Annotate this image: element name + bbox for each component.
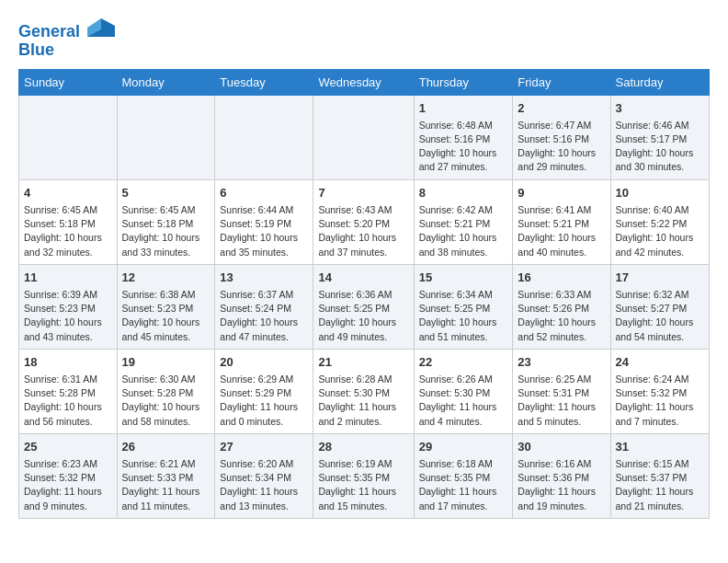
- day-number: 22: [419, 354, 508, 371]
- day-number: 8: [419, 185, 508, 201]
- calendar-day-cell: 31Sunrise: 6:15 AM Sunset: 5:37 PM Dayli…: [610, 433, 709, 518]
- day-content: Sunrise: 6:24 AM Sunset: 5:32 PM Dayligh…: [616, 373, 704, 429]
- logo-icon: [87, 18, 115, 37]
- calendar-day-cell: 18Sunrise: 6:31 AM Sunset: 5:28 PM Dayli…: [19, 349, 118, 433]
- day-content: Sunrise: 6:16 AM Sunset: 5:36 PM Dayligh…: [518, 457, 605, 513]
- day-number: 6: [220, 185, 308, 201]
- day-content: Sunrise: 6:34 AM Sunset: 5:25 PM Dayligh…: [419, 288, 508, 344]
- calendar-table: SundayMondayTuesdayWednesdayThursdayFrid…: [18, 69, 710, 519]
- calendar-day-cell: 16Sunrise: 6:33 AM Sunset: 5:26 PM Dayli…: [513, 264, 610, 349]
- calendar-day-cell: 15Sunrise: 6:34 AM Sunset: 5:25 PM Dayli…: [414, 264, 513, 349]
- calendar-day-cell: 7Sunrise: 6:43 AM Sunset: 5:20 PM Daylig…: [313, 179, 414, 264]
- calendar-day-cell: 1Sunrise: 6:48 AM Sunset: 5:16 PM Daylig…: [414, 95, 513, 179]
- page-header: General Blue: [18, 18, 710, 60]
- day-number: 2: [518, 100, 605, 117]
- logo-text: General Blue: [18, 18, 115, 60]
- day-content: Sunrise: 6:28 AM Sunset: 5:30 PM Dayligh…: [318, 373, 408, 429]
- day-content: Sunrise: 6:39 AM Sunset: 5:23 PM Dayligh…: [24, 288, 112, 344]
- logo: General Blue: [18, 18, 115, 60]
- day-number: 21: [318, 354, 408, 371]
- day-content: Sunrise: 6:45 AM Sunset: 5:18 PM Dayligh…: [24, 203, 112, 259]
- calendar-day-cell: 25Sunrise: 6:23 AM Sunset: 5:32 PM Dayli…: [19, 433, 118, 518]
- weekday-header-friday: Friday: [513, 69, 610, 95]
- calendar-week-row: 18Sunrise: 6:31 AM Sunset: 5:28 PM Dayli…: [19, 349, 710, 433]
- calendar-week-row: 4Sunrise: 6:45 AM Sunset: 5:18 PM Daylig…: [19, 179, 710, 264]
- calendar-day-cell: 27Sunrise: 6:20 AM Sunset: 5:34 PM Dayli…: [215, 433, 313, 518]
- calendar-day-cell: 30Sunrise: 6:16 AM Sunset: 5:36 PM Dayli…: [513, 433, 610, 518]
- day-number: 26: [122, 439, 210, 455]
- calendar-day-cell: 14Sunrise: 6:36 AM Sunset: 5:25 PM Dayli…: [313, 264, 414, 349]
- day-number: 17: [616, 270, 704, 286]
- day-number: 14: [318, 270, 408, 286]
- day-content: Sunrise: 6:15 AM Sunset: 5:37 PM Dayligh…: [616, 457, 704, 513]
- day-content: Sunrise: 6:18 AM Sunset: 5:35 PM Dayligh…: [419, 457, 508, 513]
- calendar-day-cell: 8Sunrise: 6:42 AM Sunset: 5:21 PM Daylig…: [414, 179, 513, 264]
- calendar-day-cell: 3Sunrise: 6:46 AM Sunset: 5:17 PM Daylig…: [610, 95, 709, 179]
- day-content: Sunrise: 6:44 AM Sunset: 5:19 PM Dayligh…: [220, 203, 308, 259]
- weekday-header-wednesday: Wednesday: [313, 69, 414, 95]
- weekday-header-monday: Monday: [117, 69, 215, 95]
- calendar-day-cell: 29Sunrise: 6:18 AM Sunset: 5:35 PM Dayli…: [414, 433, 513, 518]
- day-content: Sunrise: 6:46 AM Sunset: 5:17 PM Dayligh…: [616, 119, 704, 175]
- day-content: Sunrise: 6:29 AM Sunset: 5:29 PM Dayligh…: [220, 373, 308, 429]
- day-content: Sunrise: 6:48 AM Sunset: 5:16 PM Dayligh…: [419, 119, 508, 175]
- day-content: Sunrise: 6:20 AM Sunset: 5:34 PM Dayligh…: [220, 457, 308, 513]
- calendar-day-cell: 11Sunrise: 6:39 AM Sunset: 5:23 PM Dayli…: [19, 264, 118, 349]
- calendar-day-cell: 24Sunrise: 6:24 AM Sunset: 5:32 PM Dayli…: [610, 349, 709, 433]
- day-number: 29: [419, 439, 508, 455]
- day-number: 10: [616, 185, 704, 201]
- calendar-day-cell: 4Sunrise: 6:45 AM Sunset: 5:18 PM Daylig…: [19, 179, 118, 264]
- day-number: 30: [518, 439, 605, 455]
- day-content: Sunrise: 6:45 AM Sunset: 5:18 PM Dayligh…: [122, 203, 210, 259]
- day-content: Sunrise: 6:43 AM Sunset: 5:20 PM Dayligh…: [318, 203, 408, 259]
- calendar-day-cell: 10Sunrise: 6:40 AM Sunset: 5:22 PM Dayli…: [610, 179, 709, 264]
- day-number: 25: [24, 439, 112, 455]
- weekday-header-saturday: Saturday: [610, 69, 709, 95]
- day-number: 27: [220, 439, 308, 455]
- weekday-header-row: SundayMondayTuesdayWednesdayThursdayFrid…: [19, 69, 710, 95]
- weekday-header-tuesday: Tuesday: [215, 69, 313, 95]
- calendar-day-cell: 6Sunrise: 6:44 AM Sunset: 5:19 PM Daylig…: [215, 179, 313, 264]
- empty-cell: [19, 95, 118, 179]
- day-number: 15: [419, 270, 508, 286]
- day-number: 7: [318, 185, 408, 201]
- day-content: Sunrise: 6:33 AM Sunset: 5:26 PM Dayligh…: [518, 288, 605, 344]
- day-number: 18: [24, 354, 112, 371]
- calendar-day-cell: 19Sunrise: 6:30 AM Sunset: 5:28 PM Dayli…: [117, 349, 215, 433]
- day-content: Sunrise: 6:23 AM Sunset: 5:32 PM Dayligh…: [24, 457, 112, 513]
- day-number: 31: [616, 439, 704, 455]
- calendar-week-row: 1Sunrise: 6:48 AM Sunset: 5:16 PM Daylig…: [19, 95, 710, 179]
- day-content: Sunrise: 6:32 AM Sunset: 5:27 PM Dayligh…: [616, 288, 704, 344]
- day-number: 12: [122, 270, 210, 286]
- calendar-day-cell: 23Sunrise: 6:25 AM Sunset: 5:31 PM Dayli…: [513, 349, 610, 433]
- day-content: Sunrise: 6:40 AM Sunset: 5:22 PM Dayligh…: [616, 203, 704, 259]
- day-number: 19: [122, 354, 210, 371]
- weekday-header-sunday: Sunday: [19, 69, 118, 95]
- day-number: 24: [616, 354, 704, 371]
- weekday-header-thursday: Thursday: [414, 69, 513, 95]
- day-content: Sunrise: 6:19 AM Sunset: 5:35 PM Dayligh…: [318, 457, 408, 513]
- calendar-day-cell: 12Sunrise: 6:38 AM Sunset: 5:23 PM Dayli…: [117, 264, 215, 349]
- empty-cell: [117, 95, 215, 179]
- day-number: 3: [616, 100, 704, 117]
- calendar-day-cell: 21Sunrise: 6:28 AM Sunset: 5:30 PM Dayli…: [313, 349, 414, 433]
- day-content: Sunrise: 6:38 AM Sunset: 5:23 PM Dayligh…: [122, 288, 210, 344]
- day-content: Sunrise: 6:37 AM Sunset: 5:24 PM Dayligh…: [220, 288, 308, 344]
- day-content: Sunrise: 6:30 AM Sunset: 5:28 PM Dayligh…: [122, 373, 210, 429]
- calendar-week-row: 11Sunrise: 6:39 AM Sunset: 5:23 PM Dayli…: [19, 264, 710, 349]
- day-number: 23: [518, 354, 605, 371]
- calendar-day-cell: 26Sunrise: 6:21 AM Sunset: 5:33 PM Dayli…: [117, 433, 215, 518]
- day-content: Sunrise: 6:41 AM Sunset: 5:21 PM Dayligh…: [518, 203, 605, 259]
- day-number: 13: [220, 270, 308, 286]
- calendar-day-cell: 28Sunrise: 6:19 AM Sunset: 5:35 PM Dayli…: [313, 433, 414, 518]
- logo-general: General: [18, 22, 80, 40]
- calendar-day-cell: 2Sunrise: 6:47 AM Sunset: 5:16 PM Daylig…: [513, 95, 610, 179]
- calendar-day-cell: 20Sunrise: 6:29 AM Sunset: 5:29 PM Dayli…: [215, 349, 313, 433]
- day-content: Sunrise: 6:47 AM Sunset: 5:16 PM Dayligh…: [518, 119, 605, 175]
- day-content: Sunrise: 6:42 AM Sunset: 5:21 PM Dayligh…: [419, 203, 508, 259]
- day-content: Sunrise: 6:36 AM Sunset: 5:25 PM Dayligh…: [318, 288, 408, 344]
- day-content: Sunrise: 6:25 AM Sunset: 5:31 PM Dayligh…: [518, 373, 605, 429]
- logo-blue: Blue: [18, 40, 54, 59]
- calendar-day-cell: 22Sunrise: 6:26 AM Sunset: 5:30 PM Dayli…: [414, 349, 513, 433]
- calendar-day-cell: 17Sunrise: 6:32 AM Sunset: 5:27 PM Dayli…: [610, 264, 709, 349]
